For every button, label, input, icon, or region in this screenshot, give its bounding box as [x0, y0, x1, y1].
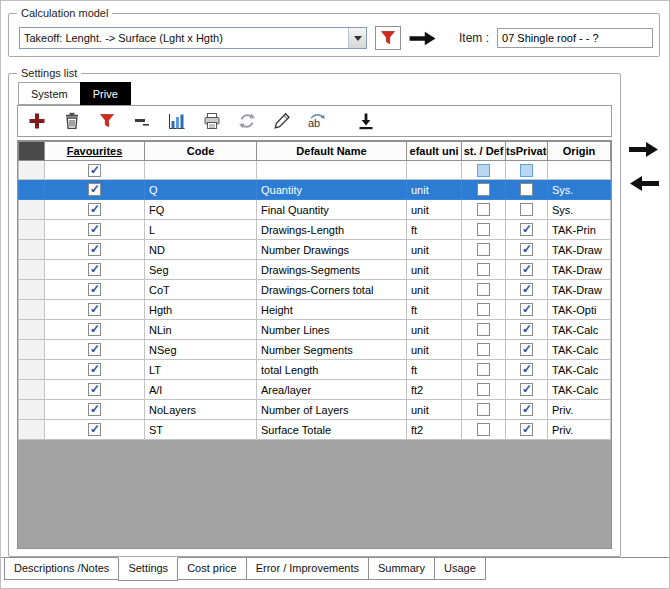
private-flag-checkbox[interactable] [520, 423, 533, 436]
private-flag-checkbox[interactable] [520, 343, 533, 356]
tab-settings[interactable]: Settings [118, 557, 178, 581]
calculation-model-select[interactable]: Takeoff: Lenght. -> Surface (Lght x Hgth… [19, 27, 367, 49]
row-selector[interactable] [19, 360, 45, 380]
favourite-checkbox[interactable] [88, 263, 101, 276]
private-flag-checkbox[interactable] [520, 283, 533, 296]
print-button[interactable] [201, 110, 223, 132]
model-filter-button[interactable] [375, 26, 401, 50]
row-selector[interactable] [19, 420, 45, 440]
default-flag-checkbox[interactable] [477, 383, 490, 396]
table-row[interactable]: NLinNumber LinesunitTAK-Calc [19, 320, 611, 340]
default-flag-checkbox[interactable] [477, 243, 490, 256]
row-selector[interactable] [19, 161, 45, 180]
apply-model-arrow-button[interactable] [409, 30, 437, 47]
row-selector[interactable] [19, 180, 45, 200]
row-selector[interactable] [19, 380, 45, 400]
favourite-checkbox[interactable] [88, 423, 101, 436]
tab-system[interactable]: System [18, 82, 81, 105]
row-selector[interactable] [19, 300, 45, 320]
column-header-default-unit[interactable]: efault uni [407, 142, 462, 161]
row-selector[interactable] [19, 340, 45, 360]
private-flag-checkbox[interactable] [520, 323, 533, 336]
default-flag-checkbox[interactable] [477, 403, 490, 416]
export-button[interactable] [355, 110, 377, 132]
default-flag-checkbox[interactable] [477, 283, 490, 296]
tab-summary[interactable]: Summary [368, 558, 435, 580]
row-selector[interactable] [19, 240, 45, 260]
default-flag-checkbox[interactable] [477, 423, 490, 436]
favourite-checkbox[interactable] [88, 363, 101, 376]
favourite-checkbox[interactable] [88, 303, 101, 316]
table-row[interactable]: CoTDrawings-Corners totalunitTAK-Draw [19, 280, 611, 300]
private-flag-checkbox[interactable] [520, 303, 533, 316]
favourites-selectall-checkbox[interactable] [88, 164, 101, 177]
table-row[interactable]: NDNumber DrawingsunitTAK-Draw [19, 240, 611, 260]
private-flag-checkbox[interactable] [520, 263, 533, 276]
row-selector[interactable] [19, 220, 45, 240]
favourite-checkbox[interactable] [88, 283, 101, 296]
default-flag-checkbox[interactable] [477, 303, 490, 316]
default-flag-checkbox[interactable] [477, 183, 490, 196]
column-header-private-flag[interactable]: tsPrivate [506, 142, 548, 161]
favourite-checkbox[interactable] [88, 223, 101, 236]
private-flag-checkbox[interactable] [520, 223, 533, 236]
table-row[interactable]: HgthHeightftTAK-Opti [19, 300, 611, 320]
move-right-button[interactable] [628, 140, 660, 163]
favourite-checkbox[interactable] [88, 323, 101, 336]
column-header-favourites[interactable]: Favourites [45, 142, 145, 161]
table-row[interactable]: SegDrawings-SegmentsunitTAK-Draw [19, 260, 611, 280]
private-flag-checkbox[interactable] [520, 183, 533, 196]
grid-filter-button[interactable] [96, 110, 118, 132]
item-field[interactable]: 07 Shingle roof - - ? [497, 28, 653, 48]
private-flag-checkbox[interactable] [520, 403, 533, 416]
favourite-checkbox[interactable] [88, 343, 101, 356]
tab-cost-price[interactable]: Cost price [177, 558, 247, 580]
default-flag-checkbox[interactable] [477, 343, 490, 356]
default-flag-checkbox[interactable] [477, 323, 490, 336]
default-selectall-checkbox[interactable] [477, 164, 490, 177]
private-flag-checkbox[interactable] [520, 203, 533, 216]
column-header-origin[interactable]: Origin [548, 142, 611, 161]
table-row[interactable]: LTtotal LengthftTAK-Calc [19, 360, 611, 380]
default-flag-checkbox[interactable] [477, 363, 490, 376]
table-row[interactable]: STSurface Totaleft2Priv. [19, 420, 611, 440]
tab-error-improvements[interactable]: Error / Improvements [246, 558, 369, 580]
row-selector[interactable] [19, 400, 45, 420]
row-selector[interactable] [19, 320, 45, 340]
tab-descriptions-notes[interactable]: Descriptions /Notes [4, 558, 119, 580]
combo-dropdown-button[interactable] [348, 28, 366, 48]
chart-button[interactable] [166, 110, 188, 132]
private-flag-checkbox[interactable] [520, 243, 533, 256]
tab-prive[interactable]: Prive [80, 82, 131, 105]
favourite-checkbox[interactable] [88, 383, 101, 396]
column-header-default-flag[interactable]: st. / Def [462, 142, 506, 161]
table-row[interactable]: A/lArea/layerft2TAK-Calc [19, 380, 611, 400]
table-row[interactable]: FQFinal QuantityunitSys. [19, 200, 611, 220]
default-flag-checkbox[interactable] [477, 203, 490, 216]
add-button[interactable] [26, 110, 48, 132]
refresh-button[interactable] [236, 110, 258, 132]
table-row[interactable]: LDrawings-LengthftTAK-Prin [19, 220, 611, 240]
favourite-checkbox[interactable] [88, 183, 101, 196]
private-flag-checkbox[interactable] [520, 383, 533, 396]
row-selector[interactable] [19, 260, 45, 280]
rename-button[interactable]: ab [306, 110, 328, 132]
row-selector[interactable] [19, 280, 45, 300]
private-selectall-checkbox[interactable] [520, 164, 533, 177]
remove-filter-button[interactable] [131, 110, 153, 132]
favourite-checkbox[interactable] [88, 403, 101, 416]
column-header-default-name[interactable]: Default Name [257, 142, 407, 161]
private-flag-checkbox[interactable] [520, 363, 533, 376]
row-selector[interactable] [19, 200, 45, 220]
edit-button[interactable] [271, 110, 293, 132]
delete-button[interactable] [61, 110, 83, 132]
favourite-checkbox[interactable] [88, 203, 101, 216]
table-row[interactable]: NSegNumber SegmentsunitTAK-Calc [19, 340, 611, 360]
favourite-checkbox[interactable] [88, 243, 101, 256]
move-left-button[interactable] [628, 174, 660, 197]
default-flag-checkbox[interactable] [477, 263, 490, 276]
table-row[interactable]: QQuantityunitSys. [19, 180, 611, 200]
column-header-code[interactable]: Code [145, 142, 257, 161]
tab-usage[interactable]: Usage [434, 558, 486, 580]
default-flag-checkbox[interactable] [477, 223, 490, 236]
